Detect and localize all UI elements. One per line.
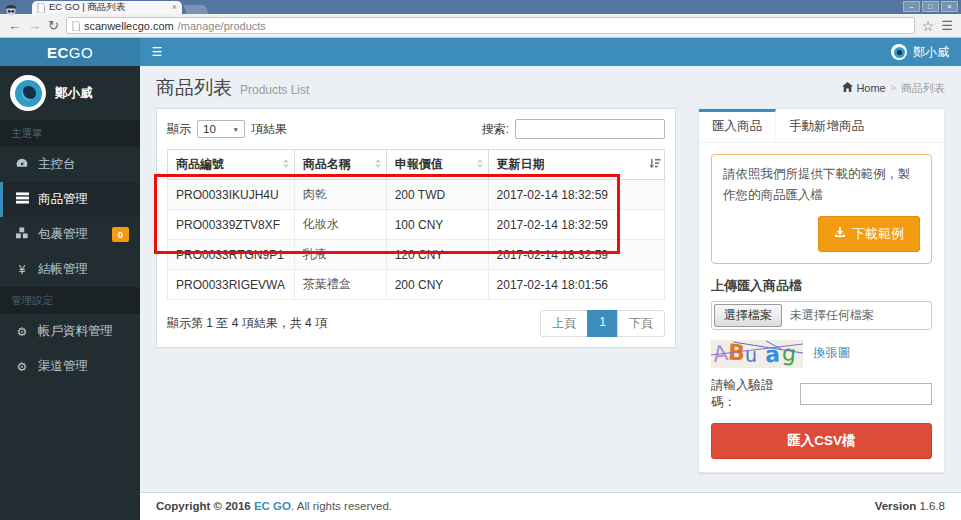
column-header-code[interactable]: 商品編號 (168, 150, 295, 180)
url-bar[interactable]: scanwellecgo.com/manage/products (66, 17, 915, 34)
back-icon[interactable]: ← (8, 19, 21, 32)
tab-manual-add[interactable]: 手動新增商品 (776, 109, 877, 142)
browser-titlebar: EC GO | 商品列表 × – □ × (0, 0, 961, 14)
pagination-prev[interactable]: 上頁 (540, 310, 588, 337)
sort-both-icon (373, 157, 383, 172)
packages-count-badge: 0 (112, 227, 129, 242)
search-input[interactable] (515, 119, 665, 139)
length-suffix-label: 項結果 (251, 121, 287, 138)
table-info-text: 顯示第 1 至 4 項結果，共 4 項 (167, 315, 327, 332)
download-sample-button[interactable]: 下載範例 (818, 216, 920, 251)
breadcrumb-home[interactable]: Home (842, 82, 885, 94)
import-csv-button[interactable]: 匯入CSV檔 (711, 423, 932, 459)
table-row[interactable]: PRO0033RIGEVWA 茶葉禮盒 200 CNY 2017-02-14 1… (168, 270, 665, 300)
sidebar-item-channels[interactable]: ⚙ 渠道管理 (0, 349, 140, 384)
new-tab-button[interactable] (184, 5, 209, 14)
table-row[interactable]: PRO0033IKUJH4U 肉乾 200 TWD 2017-02-14 18:… (168, 180, 665, 210)
bookmark-star-icon[interactable]: ☆ (922, 19, 935, 33)
url-page-icon (72, 17, 80, 35)
upload-section-label: 上傳匯入商品檔 (711, 277, 932, 295)
page-title-text: 商品列表 (156, 75, 232, 101)
sidebar-item-label: 商品管理 (38, 191, 88, 208)
captcha-input-label: 請輸入驗證碼： (711, 377, 797, 411)
sort-both-icon (281, 157, 291, 172)
tab-close-icon[interactable]: × (172, 3, 177, 12)
caret-down-icon: ▼ (233, 126, 239, 133)
browser-menu-icon[interactable]: ☰ (941, 19, 953, 32)
browser-toolbar: ← → ↻ scanwellecgo.com/manage/products ☆… (0, 14, 961, 38)
length-select[interactable]: 10 ▼ (197, 120, 245, 138)
refresh-icon[interactable]: ↻ (48, 19, 59, 32)
file-input[interactable]: 選擇檔案 未選擇任何檔案 (711, 301, 932, 330)
column-header-value[interactable]: 申報價值 (386, 150, 488, 180)
pagination-page-1[interactable]: 1 (587, 310, 618, 337)
app-logo[interactable]: ECGO (0, 38, 140, 66)
file-status-text: 未選擇任何檔案 (790, 307, 874, 324)
column-label: 更新日期 (497, 157, 545, 171)
cell-name: 化妝水 (294, 210, 386, 240)
cell-updated: 2017-02-14 18:32:59 (488, 210, 664, 240)
column-header-name[interactable]: 商品名稱 (294, 150, 386, 180)
minimize-icon[interactable]: – (903, 1, 920, 12)
breadcrumb-home-label: Home (856, 82, 885, 94)
sidebar-item-label: 包裹管理 (38, 226, 88, 243)
import-notice-text: 請依照我們所提供下載的範例，製作您的商品匯入檔 (723, 164, 920, 205)
page-subtitle: Products List (240, 83, 309, 97)
sidebar-user-panel: 鄭小威 (0, 66, 140, 120)
copyright-text: Copyright © 2016 (156, 500, 251, 512)
browser-tab[interactable]: EC GO | 商品列表 × (32, 1, 182, 14)
page-title: 商品列表 Products List (156, 75, 309, 101)
footer: Copyright © 2016 EC GO. All rights reser… (140, 492, 961, 520)
navbar-user-name: 鄭小威 (913, 44, 949, 61)
logo-bold: EC (47, 44, 69, 61)
sort-both-icon (475, 157, 485, 172)
footer-brand-link[interactable]: EC GO (254, 500, 291, 512)
cell-value: 100 CNY (386, 210, 488, 240)
download-sample-label: 下載範例 (852, 223, 904, 244)
forward-icon[interactable]: → (28, 19, 41, 32)
captcha-refresh-link[interactable]: 換張圖 (813, 345, 851, 362)
cell-value: 200 CNY (386, 270, 488, 300)
sidebar-item-label: 主控台 (38, 156, 76, 173)
pagination-next[interactable]: 下頁 (617, 310, 665, 337)
table-row[interactable]: PRO0033RTGN9P1 乳液 120 CNY 2017-02-14 18:… (168, 240, 665, 270)
gauge-icon (14, 157, 30, 172)
close-icon[interactable]: × (941, 1, 958, 12)
import-notice-box: 請依照我們所提供下載的範例，製作您的商品匯入檔 下載範例 (711, 154, 932, 264)
version-value: 1.6.8 (919, 500, 945, 512)
cell-updated: 2017-02-14 18:01:56 (488, 270, 664, 300)
page-length-control: 顯示 10 ▼ 項結果 (167, 120, 287, 138)
table-row[interactable]: PRO00339ZTV8XF 化妝水 100 CNY 2017-02-14 18… (168, 210, 665, 240)
column-header-updated[interactable]: 更新日期 (488, 150, 664, 180)
sidebar-item-account[interactable]: ⚙ 帳戶資料管理 (0, 314, 140, 349)
screen: EC GO | 商品列表 × – □ × ← → ↻ scanwellecgo.… (0, 0, 961, 520)
cell-updated: 2017-02-14 18:32:59 (488, 240, 664, 270)
navbar-avatar (891, 44, 907, 60)
sidebar-item-products[interactable]: 商品管理 (0, 182, 140, 217)
sidebar-item-label: 結帳管理 (38, 261, 88, 278)
choose-file-button[interactable]: 選擇檔案 (714, 304, 782, 327)
pagination: 上頁 1 下頁 (541, 310, 665, 337)
sidebar-toggle-icon[interactable]: ☰ (140, 38, 174, 66)
cell-value: 200 TWD (386, 180, 488, 210)
navbar-user-menu[interactable]: 鄭小威 (879, 38, 961, 66)
captcha-input[interactable] (800, 383, 932, 405)
home-icon (842, 82, 853, 94)
copyright-suffix: . All rights reserved. (291, 500, 392, 512)
gear-icon: ⚙ (14, 360, 30, 374)
sidebar-section-main: 主選單 (0, 120, 140, 147)
cell-value: 120 CNY (386, 240, 488, 270)
sidebar-item-dashboard[interactable]: 主控台 (0, 147, 140, 182)
cell-name: 肉乾 (294, 180, 386, 210)
sidebar-item-checkout[interactable]: ¥ 結帳管理 (0, 252, 140, 287)
import-tabs: 匯入商品 手動新增商品 (699, 109, 944, 143)
products-table: 商品編號 商品名稱 申報價值 (167, 149, 665, 300)
sidebar-item-packages[interactable]: 包裹管理 0 (0, 217, 140, 252)
page-icon (37, 0, 45, 17)
cell-code: PRO0033RTGN9P1 (168, 240, 295, 270)
tab-import-products[interactable]: 匯入商品 (699, 109, 776, 142)
cubes-icon (14, 227, 30, 242)
products-table-panel: 顯示 10 ▼ 項結果 搜索: (156, 108, 676, 348)
captcha-image: A B u a g (711, 340, 803, 368)
restore-icon[interactable]: □ (922, 1, 939, 12)
